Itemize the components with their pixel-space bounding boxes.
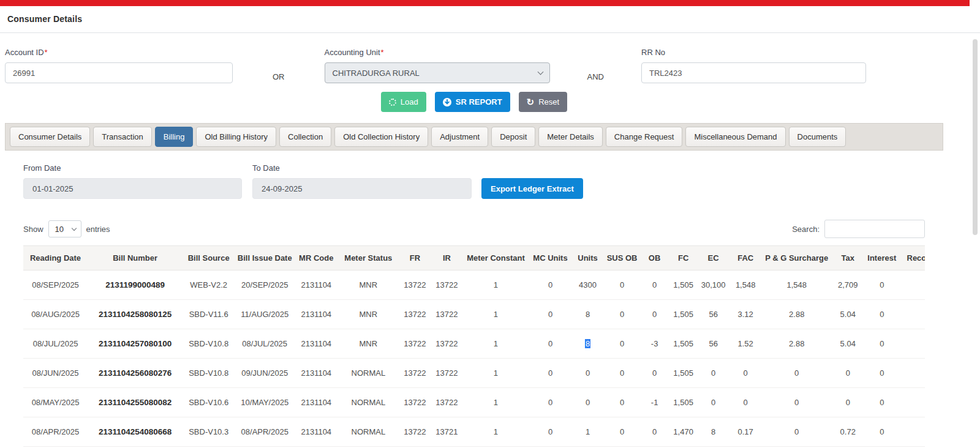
export-ledger-extract-button[interactable]: Export Ledger Extract: [481, 178, 583, 199]
table-cell: 1: [572, 417, 604, 447]
table-cell: 0: [529, 329, 571, 359]
table-cell: 8: [698, 417, 729, 447]
column-header-fac[interactable]: FAC: [729, 246, 763, 271]
column-header-ir[interactable]: IR: [431, 246, 462, 271]
from-date-input[interactable]: [23, 178, 242, 199]
show-label: Show: [23, 225, 43, 234]
tab-billing[interactable]: Billing: [155, 127, 194, 147]
column-header-units[interactable]: Units: [572, 246, 604, 271]
tab-old-collection-history[interactable]: Old Collection History: [334, 127, 428, 147]
table-cell: NORMAL: [337, 417, 399, 447]
table-cell: 13722: [431, 300, 462, 329]
table-cell: 0: [763, 359, 831, 388]
table-cell: 2.88: [763, 329, 831, 359]
tab-collection[interactable]: Collection: [279, 127, 331, 147]
load-button[interactable]: Load: [381, 92, 426, 112]
column-header-p-g-surcharge[interactable]: P & G Surcharge: [763, 246, 831, 271]
table-cell: [899, 329, 925, 359]
tab-meter-details[interactable]: Meter Details: [538, 127, 603, 147]
table-cell: 1,505: [669, 388, 698, 417]
table-cell: [899, 300, 925, 329]
table-cell: 08/APR/2025: [235, 417, 295, 447]
selected-text: 8: [585, 339, 590, 348]
column-header-meter-status[interactable]: Meter Status: [337, 246, 399, 271]
table-cell: 2131104: [295, 359, 337, 388]
column-header-mr-code[interactable]: MR Code: [295, 246, 337, 271]
table-body: 08/SEP/20252131199000489WEB-V2.220/SEP/2…: [23, 271, 925, 447]
table-cell: 4300: [572, 271, 604, 300]
column-header-bill-number[interactable]: Bill Number: [88, 246, 183, 271]
rr-no-input[interactable]: [641, 62, 866, 83]
tab-deposit[interactable]: Deposit: [491, 127, 535, 147]
page-size-control: Show 10 entries: [23, 220, 110, 237]
column-header-mc-units[interactable]: MC Units: [529, 246, 571, 271]
column-header-reading-date[interactable]: Reading Date: [23, 246, 88, 271]
column-header-tax[interactable]: Tax: [831, 246, 865, 271]
tab-documents[interactable]: Documents: [789, 127, 846, 147]
column-header-fc[interactable]: FC: [669, 246, 698, 271]
accounting-unit-select[interactable]: CHITRADURGA RURAL: [325, 62, 550, 83]
table-cell: 2131199000489: [88, 271, 183, 300]
table-cell: 13722: [431, 388, 462, 417]
to-date-input[interactable]: [252, 178, 472, 199]
account-id-input[interactable]: [5, 62, 233, 83]
page-size-select[interactable]: 10: [48, 220, 81, 237]
action-buttons: Load SR REPORT ↻ Reset: [0, 92, 948, 112]
scrollbar-thumb[interactable]: [973, 39, 978, 235]
column-header-fr[interactable]: FR: [399, 246, 431, 271]
search-input[interactable]: [824, 220, 925, 238]
table-cell: -3: [641, 329, 669, 359]
column-header-record[interactable]: Record: [899, 246, 925, 271]
table-cell: 30,100: [698, 271, 729, 300]
table-cell: 1: [462, 271, 529, 300]
table-cell: 11/AUG/2025: [235, 300, 295, 329]
column-header-ec[interactable]: EC: [698, 246, 729, 271]
table-controls: Show 10 entries Search:: [23, 220, 925, 238]
tab-transaction[interactable]: Transaction: [93, 127, 151, 147]
table-cell: 1,470: [669, 417, 698, 447]
tab-change-request[interactable]: Change Request: [606, 127, 683, 147]
column-header-interest[interactable]: Interest: [865, 246, 899, 271]
table-row: 08/JUN/20252131104256080276SBD-V10.809/J…: [23, 359, 925, 388]
column-header-bill-issue-date[interactable]: Bill Issue Date: [235, 246, 295, 271]
table-cell: 13722: [399, 388, 431, 417]
sr-report-button[interactable]: SR REPORT: [435, 92, 510, 112]
table-cell: 08/APR/2025: [23, 417, 88, 447]
account-id-label: Account ID*: [5, 48, 233, 57]
table-cell: [899, 359, 925, 388]
table-cell: 1: [462, 329, 529, 359]
table-cell: 2131104257080100: [88, 329, 183, 359]
table-cell: 08/JUL/2025: [235, 329, 295, 359]
reset-button[interactable]: ↻ Reset: [519, 92, 568, 112]
table-cell: 0: [529, 388, 571, 417]
table-cell: 0: [641, 417, 669, 447]
column-header-bill-source[interactable]: Bill Source: [183, 246, 235, 271]
table-cell: 08/JUL/2025: [23, 329, 88, 359]
table-header-row: Reading DateBill NumberBill SourceBill I…: [23, 246, 925, 271]
table-cell: 0: [865, 329, 899, 359]
column-header-sus-ob[interactable]: SUS OB: [604, 246, 641, 271]
table-cell: 0: [831, 359, 865, 388]
table-cell: 2.88: [763, 300, 831, 329]
tab-panel: Consumer DetailsTransactionBillingOld Bi…: [5, 123, 943, 447]
table-cell: 3.12: [729, 300, 763, 329]
table-cell: 13722: [431, 271, 462, 300]
column-header-ob[interactable]: OB: [641, 246, 669, 271]
table-cell: 13722: [431, 329, 462, 359]
table-cell: SBD-V10.3: [183, 417, 235, 447]
table-cell: 13722: [431, 359, 462, 388]
tab-miscellaneous-demand[interactable]: Miscellaneous Demand: [685, 127, 785, 147]
column-header-meter-constant[interactable]: Meter Constant: [462, 246, 529, 271]
table-cell: 1: [462, 359, 529, 388]
tab-old-billing-history[interactable]: Old Billing History: [196, 127, 276, 147]
table-cell: 2,709: [831, 271, 865, 300]
table-cell: 5.04: [831, 300, 865, 329]
tab-consumer-details[interactable]: Consumer Details: [10, 127, 90, 147]
required-asterisk: *: [45, 48, 48, 57]
refresh-icon: ↻: [527, 97, 535, 106]
table-row: 08/MAY/20252131104255080082SBD-V10.610/M…: [23, 388, 925, 417]
top-accent-bar: [0, 0, 970, 6]
table-row: 08/SEP/20252131199000489WEB-V2.220/SEP/2…: [23, 271, 925, 300]
table-cell: 2131104258080125: [88, 300, 183, 329]
tab-adjustment[interactable]: Adjustment: [431, 127, 488, 147]
